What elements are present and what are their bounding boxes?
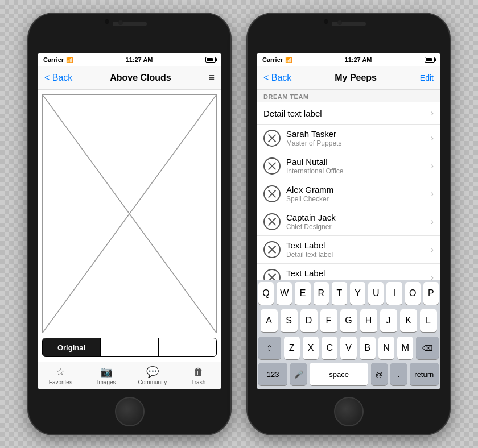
segment-label-1: Original [57, 343, 85, 352]
list-item-1[interactable]: Paul Nutall International Office › [257, 152, 440, 180]
list-text-4: Text Label Detail text label [286, 240, 431, 259]
key-f[interactable]: F [320, 309, 337, 332]
time-label-2: 11:27 AM [345, 56, 372, 63]
phone-2: Carrier 📶 11:27 AM < Back My Peeps Edit … [248, 14, 450, 434]
list-subtitle-1: International Office [286, 167, 431, 175]
key-i[interactable]: I [386, 282, 402, 305]
key-r[interactable]: R [314, 282, 329, 305]
status-bar-1: Carrier 📶 11:27 AM [38, 53, 221, 66]
list-item-4[interactable]: Text Label Detail text label › [257, 236, 440, 264]
list-subtitle-4: Detail text label [286, 251, 431, 259]
key-z[interactable]: Z [284, 337, 300, 359]
key-return[interactable]: return [410, 363, 439, 385]
nav-title-1: Above Clouds [110, 73, 171, 83]
list-text-3: Captain Jack Chief Designer [286, 213, 431, 231]
wireframe-area [38, 90, 221, 338]
key-n[interactable]: N [378, 337, 394, 359]
home-button-1[interactable] [115, 397, 145, 426]
wifi-icon-1: 📶 [66, 57, 73, 63]
list-title-3: Captain Jack [286, 213, 431, 222]
images-icon: 📷 [100, 366, 113, 378]
carrier-label-2: Carrier [262, 56, 283, 63]
key-delete[interactable]: ⌫ [416, 337, 439, 359]
key-space[interactable]: space [310, 363, 368, 385]
key-d[interactable]: D [300, 309, 318, 332]
dream-team-label: Detail text label [263, 109, 431, 118]
list-item-3[interactable]: Captain Jack Chief Designer › [257, 208, 440, 236]
kb-row-3: ⇧ Z X C V B N M ⌫ [257, 334, 440, 362]
tab-favorites[interactable]: ☆ Favorites [38, 362, 84, 389]
key-mic[interactable]: 🎤 [290, 363, 307, 385]
tab-community[interactable]: 💬 Community [130, 362, 176, 389]
list-subtitle-3: Chief Designer [286, 223, 431, 231]
battery-fill-1 [207, 58, 213, 61]
key-c[interactable]: C [322, 337, 337, 359]
wireframe-svg [43, 95, 216, 333]
chevron-2: › [431, 189, 434, 199]
key-s[interactable]: S [281, 309, 298, 332]
back-button-2[interactable]: < Back [263, 73, 291, 83]
menu-icon-1[interactable]: ≡ [208, 72, 215, 84]
key-j[interactable]: J [380, 309, 397, 332]
key-l[interactable]: L [420, 309, 437, 332]
key-k[interactable]: K [400, 309, 417, 332]
chevron-4: › [431, 244, 434, 255]
back-button-1[interactable]: < Back [44, 73, 72, 83]
key-q[interactable]: Q [258, 282, 274, 305]
key-at[interactable]: @ [371, 363, 388, 385]
kb-row-4: 123 🎤 space @ . return [257, 362, 440, 389]
key-123[interactable]: 123 [258, 363, 287, 385]
list-icon-2 [263, 185, 281, 202]
list-title-1: Paul Nutall [286, 157, 431, 167]
list-item-2[interactable]: Alex Gramm Spell Checker › [257, 180, 440, 208]
key-shift[interactable]: ⇧ [258, 337, 281, 359]
back-label-2: < Back [263, 73, 291, 83]
section-header-dream-team: DREAM TEAM [257, 90, 440, 102]
tab-images-label: Images [97, 379, 116, 385]
list-item-0[interactable]: Sarah Tasker Master of Puppets › [257, 125, 440, 152]
nav-title-2: My Peeps [335, 73, 377, 83]
segment-original[interactable]: Original [43, 338, 101, 356]
key-h[interactable]: H [360, 309, 377, 332]
status-bar-2: Carrier 📶 11:27 AM [257, 53, 440, 66]
key-y[interactable]: Y [350, 282, 365, 305]
list-subtitle-0: Master of Puppets [286, 139, 431, 147]
dream-team-item[interactable]: Detail text label › [257, 102, 440, 125]
key-x[interactable]: X [303, 337, 319, 359]
home-button-2[interactable] [334, 397, 364, 426]
key-t[interactable]: T [332, 282, 347, 305]
tab-bar-1: ☆ Favorites 📷 Images 💬 Community 🗑 Trash [38, 362, 221, 389]
key-p[interactable]: P [423, 282, 439, 305]
edit-button[interactable]: Edit [420, 73, 434, 82]
key-v[interactable]: V [340, 337, 356, 359]
key-e[interactable]: E [295, 282, 310, 305]
key-b[interactable]: B [360, 337, 376, 359]
status-right-2 [425, 57, 435, 63]
list-title-2: Alex Gramm [286, 185, 431, 194]
list-text-5: Text Label Detail text label [286, 268, 431, 280]
phone-1: Carrier 📶 11:27 AM < Back Above Clouds ≡ [28, 14, 230, 434]
key-o[interactable]: O [405, 282, 421, 305]
chevron-dream-team: › [431, 108, 434, 118]
tab-images[interactable]: 📷 Images [84, 362, 130, 389]
list-icon-1 [263, 157, 281, 175]
list-icon-3 [263, 213, 281, 230]
key-m[interactable]: M [397, 337, 413, 359]
chevron-5: › [431, 272, 434, 280]
trash-icon: 🗑 [193, 366, 204, 378]
list-text-1: Paul Nutall International Office [286, 157, 431, 175]
battery-icon-2 [425, 57, 435, 63]
time-label-1: 11:27 AM [126, 56, 153, 63]
chevron-0: › [431, 133, 434, 143]
list-icon-0 [263, 130, 281, 147]
key-u[interactable]: U [368, 282, 384, 305]
key-a[interactable]: A [261, 309, 278, 332]
key-g[interactable]: G [340, 309, 357, 332]
tab-trash[interactable]: 🗑 Trash [175, 362, 221, 389]
key-w[interactable]: W [277, 282, 292, 305]
segment-item-3[interactable] [159, 338, 216, 356]
segment-item-2[interactable] [101, 338, 159, 356]
list-item-5[interactable]: Text Label Detail text label › [257, 264, 440, 280]
key-period[interactable]: . [390, 363, 407, 385]
tab-favorites-label: Favorites [49, 379, 72, 385]
